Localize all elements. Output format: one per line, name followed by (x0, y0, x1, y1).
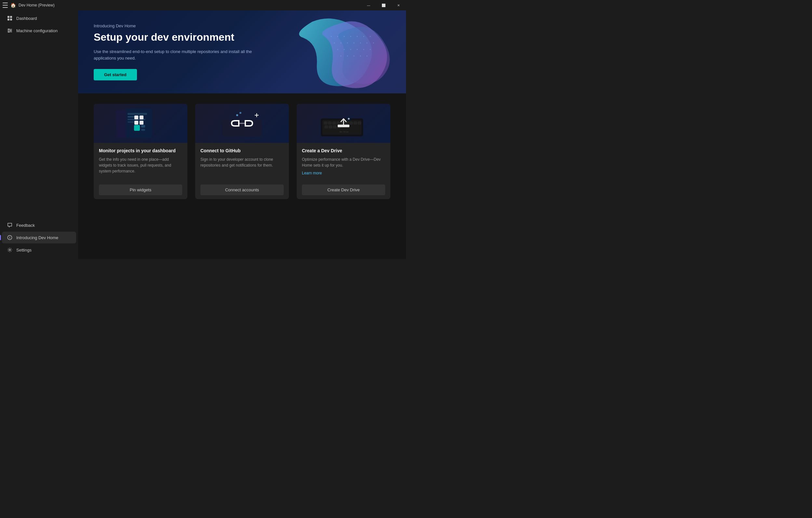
svg-point-18 (337, 36, 338, 37)
minimize-button[interactable]: — (361, 0, 376, 10)
sliders-icon (7, 28, 12, 33)
sidebar-label-settings: Settings (16, 248, 32, 253)
svg-rect-48 (134, 125, 140, 131)
learn-more-link[interactable]: Learn more (302, 171, 385, 175)
svg-rect-63 (324, 122, 327, 124)
svg-rect-68 (345, 122, 348, 124)
devdrive-card: Dev Drive Create a Dev Drive Optimize pe… (297, 104, 390, 199)
svg-rect-1 (10, 16, 12, 18)
svg-point-36 (370, 49, 371, 50)
sidebar-top: Dashboard Machine configuration (0, 12, 78, 219)
svg-rect-54 (140, 121, 143, 125)
svg-rect-72 (325, 125, 328, 128)
svg-point-32 (344, 49, 345, 50)
connect-accounts-button[interactable]: Connect accounts (200, 184, 284, 195)
title-bar: 🏠 Dev Home (Preview) — ⬜ ✕ (0, 0, 406, 10)
svg-point-60 (239, 112, 241, 114)
hero-banner: Introducing Dev Home Setup your dev envi… (78, 10, 406, 93)
github-card-image (195, 104, 289, 143)
svg-point-33 (350, 49, 351, 50)
svg-point-23 (370, 36, 371, 37)
svg-point-15 (9, 236, 10, 237)
dashboard-card-description: Get the info you need in one place—add w… (99, 156, 182, 175)
svg-point-59 (236, 114, 238, 116)
svg-rect-53 (134, 121, 138, 125)
svg-point-41 (367, 56, 368, 57)
pin-widgets-button[interactable]: Pin widgets (99, 184, 182, 195)
github-card-title: Connect to GitHub (200, 148, 284, 153)
sidebar-label-dashboard: Dashboard (16, 16, 37, 21)
svg-point-35 (364, 49, 365, 50)
dashboard-card-title: Monitor projects in your dashboard (99, 148, 182, 153)
title-bar-title: Dev Home (Preview) (19, 3, 55, 7)
svg-point-16 (9, 249, 11, 251)
grid-icon (7, 16, 12, 21)
hamburger-icon[interactable] (3, 3, 8, 8)
hero-content: Introducing Dev Home Setup your dev envi… (94, 23, 263, 80)
devdrive-card-title: Create a Dev Drive (302, 148, 385, 153)
svg-rect-51 (134, 116, 138, 119)
svg-point-6 (8, 32, 9, 32)
svg-rect-74 (333, 125, 337, 128)
svg-point-34 (357, 49, 358, 50)
svg-text:Dev Drive: Dev Drive (340, 131, 348, 133)
dashboard-card: Monitor projects in your dashboard Get t… (94, 104, 187, 199)
svg-point-5 (10, 30, 11, 31)
dashboard-card-image (94, 104, 187, 143)
sidebar-item-introducing-dev-home[interactable]: Introducing Dev Home (2, 232, 76, 243)
sidebar-label-machine-configuration: Machine configuration (16, 28, 58, 33)
svg-rect-73 (329, 125, 332, 128)
svg-point-4 (8, 29, 9, 30)
svg-rect-69 (349, 122, 353, 124)
svg-point-38 (347, 56, 348, 57)
svg-point-39 (354, 56, 355, 57)
sidebar-item-feedback[interactable]: Feedback (2, 219, 76, 231)
svg-rect-3 (10, 19, 12, 21)
info-icon (7, 235, 12, 240)
svg-rect-55 (223, 120, 262, 136)
devdrive-card-footer: Create Dev Drive (297, 180, 390, 199)
hero-decoration (256, 10, 406, 93)
sidebar-item-dashboard[interactable]: Dashboard (2, 12, 76, 24)
svg-point-31 (337, 49, 338, 50)
svg-rect-44 (127, 113, 147, 115)
svg-rect-64 (328, 122, 331, 124)
svg-point-17 (331, 36, 332, 37)
github-card-footer: Connect accounts (195, 180, 289, 199)
devdrive-card-body: Create a Dev Drive Optimize performance … (297, 143, 390, 180)
svg-rect-49 (141, 125, 145, 127)
maximize-button[interactable]: ⬜ (376, 0, 391, 10)
svg-rect-71 (358, 122, 361, 124)
devdrive-card-image: Dev Drive (297, 104, 390, 143)
sidebar-item-machine-configuration[interactable]: Machine configuration (2, 25, 76, 36)
app-layout: Dashboard Machine configuration (0, 10, 406, 259)
close-button[interactable]: ✕ (391, 0, 406, 10)
create-dev-drive-button[interactable]: Create Dev Drive (302, 184, 385, 195)
sidebar-item-settings[interactable]: Settings (2, 244, 76, 256)
svg-rect-45 (127, 116, 141, 117)
svg-point-24 (334, 42, 335, 44)
sidebar-bottom: Feedback Introducing Dev Home Settings (0, 219, 78, 259)
svg-point-26 (347, 42, 348, 44)
github-card: Connect to GitHub Sign in to your develo… (195, 104, 289, 199)
hero-subtitle: Introducing Dev Home (94, 23, 263, 28)
sidebar: Dashboard Machine configuration (0, 10, 78, 259)
hero-description: Use the streamlined end-to-end setup to … (94, 49, 263, 61)
cards-section: Monitor projects in your dashboard Get t… (78, 93, 406, 209)
svg-point-27 (354, 42, 355, 44)
dashboard-card-footer: Pin widgets (94, 180, 187, 199)
github-card-description: Sign in to your developer account to clo… (200, 156, 284, 175)
svg-point-22 (364, 36, 365, 37)
sidebar-label-feedback: Feedback (16, 223, 35, 228)
title-bar-controls: — ⬜ ✕ (361, 0, 406, 10)
svg-rect-76 (338, 125, 349, 127)
svg-point-30 (373, 42, 374, 44)
svg-rect-66 (337, 122, 340, 124)
gear-icon (7, 247, 12, 253)
svg-point-25 (341, 42, 342, 44)
hero-title: Setup your dev environment (94, 31, 263, 43)
svg-point-20 (350, 36, 351, 37)
get-started-button[interactable]: Get started (94, 69, 137, 80)
dashboard-card-body: Monitor projects in your dashboard Get t… (94, 143, 187, 180)
svg-rect-65 (332, 122, 336, 124)
